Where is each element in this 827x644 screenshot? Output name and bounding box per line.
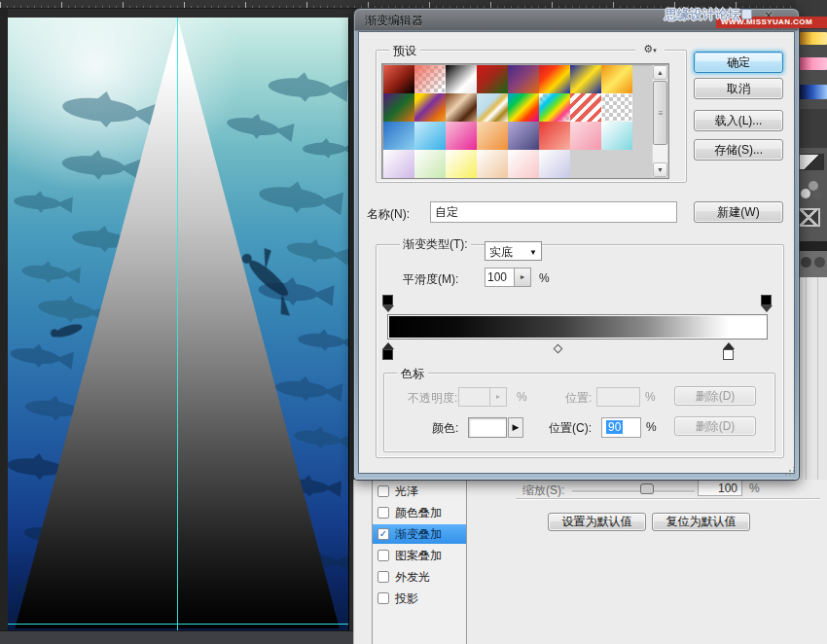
gradient-preset-swatch[interactable] xyxy=(477,150,508,178)
scale-value-field[interactable]: 100 xyxy=(698,480,742,496)
scale-slider-thumb[interactable] xyxy=(640,483,654,494)
layer-style-item-图案叠加[interactable]: 图案叠加 xyxy=(373,546,466,565)
color-picker-arrow-icon[interactable]: ▶ xyxy=(508,417,523,438)
layer-style-item-颜色叠加[interactable]: 颜色叠加 xyxy=(373,503,466,522)
pasteboard xyxy=(0,630,353,644)
gradient-preset-swatch[interactable] xyxy=(446,93,477,122)
smoothness-slider-arrow-icon[interactable]: ▸ xyxy=(514,268,531,287)
set-default-button[interactable]: 设置为默认值 xyxy=(548,513,646,531)
gradient-preset-swatch[interactable] xyxy=(570,93,601,122)
dialog-title: 渐变编辑器 xyxy=(365,13,423,29)
layer-style-item-渐变叠加[interactable]: ✓渐变叠加 xyxy=(373,524,466,544)
gradient-preset-swatch[interactable] xyxy=(601,65,632,93)
position-label: 位置: xyxy=(565,390,592,407)
opacity-stop-left[interactable] xyxy=(381,295,394,312)
gradient-preset-swatch[interactable] xyxy=(508,93,539,122)
levels-adjustment-icon[interactable] xyxy=(799,154,824,170)
chevron-down-icon: ▼ xyxy=(529,248,537,257)
gradient-preset-swatch[interactable] xyxy=(414,150,446,178)
color-position-label: 位置(C): xyxy=(549,420,592,437)
gradient-preset-strip-blue[interactable] xyxy=(798,85,827,99)
opacity-slider-arrow-icon: ▸ xyxy=(489,387,507,407)
scale-slider-track[interactable] xyxy=(572,490,695,493)
color-stop-white-selected[interactable] xyxy=(722,342,735,360)
gradient-preset-swatch[interactable] xyxy=(539,65,570,93)
gradient-preset-strip-pink[interactable] xyxy=(798,57,827,70)
layer-style-item-光泽[interactable]: 光泽 xyxy=(373,482,466,501)
layer-style-item-label: 颜色叠加 xyxy=(395,505,442,521)
gradient-preset-swatch[interactable] xyxy=(477,122,508,150)
load-button[interactable]: 载入(L)... xyxy=(694,110,783,131)
smoothness-percent: % xyxy=(539,271,550,285)
gradient-preset-swatch[interactable] xyxy=(508,122,539,150)
smoothness-input[interactable] xyxy=(485,268,515,287)
gradient-preset-swatch[interactable] xyxy=(601,122,632,150)
color-position-input[interactable]: 90 xyxy=(601,417,641,438)
gradient-preset-swatch[interactable] xyxy=(539,150,570,178)
gradient-preset-swatch[interactable] xyxy=(508,65,539,93)
gradient-preset-swatch[interactable] xyxy=(477,93,508,122)
gradient-preset-swatch[interactable] xyxy=(570,65,601,93)
layer-style-dialog-edge xyxy=(796,277,827,481)
save-button[interactable]: 存储(S)... xyxy=(694,139,783,161)
gradient-preset-swatch[interactable] xyxy=(446,150,477,178)
layer-style-list: 光泽颜色叠加✓渐变叠加图案叠加外发光投影 xyxy=(372,480,467,644)
gradient-preset-swatch[interactable] xyxy=(414,93,446,122)
color-balance-icon[interactable] xyxy=(801,181,826,202)
gradient-preset-swatch[interactable] xyxy=(477,65,508,93)
gradient-preset-swatch[interactable] xyxy=(383,122,414,150)
color-label: 颜色: xyxy=(432,420,458,437)
scroll-up-icon[interactable]: ▲ xyxy=(653,65,667,80)
gradient-preset-swatch[interactable] xyxy=(383,65,414,93)
gradient-preset-swatch[interactable] xyxy=(414,65,446,93)
gradient-preset-swatch[interactable] xyxy=(601,93,632,122)
reset-default-button[interactable]: 复位为默认值 xyxy=(652,513,750,531)
gradient-preset-swatch[interactable] xyxy=(570,122,601,150)
opacity-stop-right[interactable] xyxy=(760,295,773,312)
layer-style-item-外发光[interactable]: 外发光 xyxy=(373,567,466,587)
stop-color-swatch[interactable] xyxy=(468,417,507,438)
ok-button[interactable]: 确定 xyxy=(694,52,783,73)
gradient-preset-swatch[interactable] xyxy=(446,65,477,93)
checkbox[interactable] xyxy=(378,571,389,583)
scale-percent-label: % xyxy=(749,482,760,495)
gradient-map-icon[interactable] xyxy=(797,208,820,227)
gradient-preset-swatch[interactable] xyxy=(383,93,414,122)
gradient-preset-swatch[interactable] xyxy=(539,122,570,150)
new-button[interactable]: 新建(W) xyxy=(694,201,783,223)
gradient-preset-swatch[interactable] xyxy=(383,150,414,178)
name-input[interactable] xyxy=(430,201,677,223)
scroll-down-icon[interactable]: ▼ xyxy=(653,162,667,177)
checkbox[interactable] xyxy=(378,485,389,497)
gradient-preset-swatch[interactable] xyxy=(508,150,539,178)
scrollbar-thumb[interactable]: ≡ xyxy=(653,81,667,145)
layer-style-item-投影[interactable]: 投影 xyxy=(373,589,466,608)
presets-scrollbar[interactable]: ▲ ≡ ▼ xyxy=(652,65,667,177)
gradient-presets-grid xyxy=(383,65,632,178)
gradient-preset-swatch[interactable] xyxy=(539,93,570,122)
gradient-editor-dialog: 渐变编辑器 ✕ 预设 ⚙▾ ▲ ≡ ▼ 确定 取消 载入(L)... 存储(S)… xyxy=(353,8,800,481)
position-percent: % xyxy=(645,390,656,404)
smoothness-label: 平滑度(M): xyxy=(403,271,458,288)
gradient-preset-swatch[interactable] xyxy=(446,122,477,150)
checkbox[interactable] xyxy=(378,592,389,604)
color-stop-black[interactable] xyxy=(381,342,394,360)
delete-color-button: 删除(D) xyxy=(674,416,756,436)
checked-checkbox-icon[interactable]: ✓ xyxy=(378,528,389,540)
gradient-preset-swatch[interactable] xyxy=(414,122,446,150)
presets-menu-gear-icon[interactable]: ⚙▾ xyxy=(635,42,665,56)
watermark-icon xyxy=(741,9,752,19)
layer-style-item-label: 光泽 xyxy=(395,483,418,500)
gradient-type-dropdown[interactable]: 实底 ▼ xyxy=(485,241,542,261)
resize-grip[interactable] xyxy=(784,467,794,477)
type-value: 实底 xyxy=(489,245,513,259)
document-canvas[interactable] xyxy=(8,18,348,630)
photoshop-workspace: 光泽颜色叠加✓渐变叠加图案叠加外发光投影 缩放(S): 100 % 设置为默认值… xyxy=(0,0,827,644)
checkbox[interactable] xyxy=(378,550,389,561)
right-panel-background xyxy=(796,109,827,148)
vertical-guide-line xyxy=(177,18,178,630)
gradient-preview-bar[interactable] xyxy=(387,314,768,340)
gradient-preset-strip-orange[interactable] xyxy=(798,32,827,45)
cancel-button[interactable]: 取消 xyxy=(694,78,783,99)
checkbox[interactable] xyxy=(378,507,389,519)
